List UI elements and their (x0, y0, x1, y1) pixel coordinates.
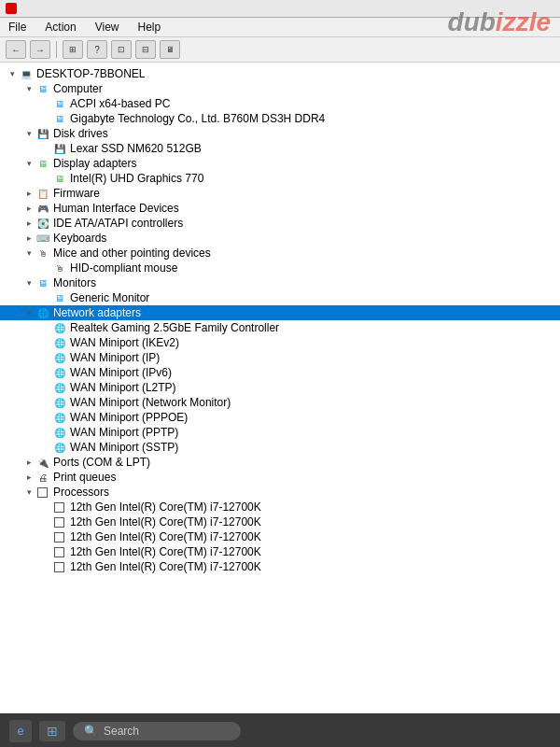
toolbar-separator-1 (56, 41, 57, 58)
item-icon: 🌐 (52, 411, 67, 424)
expand-icon[interactable]: ▾ (22, 308, 35, 317)
tree-item[interactable]: 12th Gen Intel(R) Core(TM) i7-12700K (0, 514, 560, 529)
item-icon: ⌨ (35, 232, 50, 245)
tree-item[interactable]: 🖥Generic Monitor (0, 290, 560, 305)
tree-item[interactable]: 🌐WAN Miniport (Network Monitor) (0, 395, 560, 410)
monitor-button[interactable]: 🖥 (160, 40, 180, 59)
tree-item[interactable]: 💾Lexar SSD NM620 512GB (0, 141, 560, 156)
properties-button[interactable]: ⊞ (63, 40, 83, 59)
expand-icon[interactable]: ▾ (22, 248, 35, 258)
tree-item[interactable]: 🖱HID-compliant mouse (0, 261, 560, 275)
menu-file[interactable]: File (6, 20, 29, 35)
tree-item[interactable]: ▸🎮Human Interface Devices (0, 201, 560, 216)
expand-icon[interactable]: ▾ (22, 159, 35, 168)
tree-item[interactable]: ▸💽IDE ATA/ATAPI controllers (0, 216, 560, 231)
tree-item[interactable]: ▸🔌Ports (COM & LPT) (0, 455, 560, 470)
update-button[interactable]: ⊡ (111, 40, 132, 59)
item-icon (35, 486, 50, 499)
tree-item[interactable]: 12th Gen Intel(R) Core(TM) i7-12700K (0, 559, 560, 574)
item-icon: 🌐 (52, 396, 67, 409)
item-label: Firmware (53, 187, 100, 200)
item-label: WAN Miniport (Network Monitor) (70, 396, 231, 409)
tree-item[interactable]: ▸📋Firmware (0, 186, 560, 201)
expand-icon[interactable]: ▾ (6, 69, 19, 78)
tree-item[interactable]: ▾🖥Computer (0, 81, 560, 96)
tree-item[interactable]: ▾💻DESKTOP-7BBONEL (0, 66, 560, 81)
tree-item[interactable]: 🌐Realtek Gaming 2.5GbE Family Controller (0, 320, 560, 335)
tree-item[interactable]: 🌐WAN Miniport (PPTP) (0, 425, 560, 440)
menu-view[interactable]: View (92, 20, 122, 35)
item-icon: 🖥 (52, 112, 67, 125)
toolbar: ← → ⊞ ? ⊡ ⊟ 🖥 (0, 37, 560, 63)
tree-item[interactable]: ▾🖥Display adapters (0, 156, 560, 171)
tree-item[interactable]: 12th Gen Intel(R) Core(TM) i7-12700K (0, 544, 560, 559)
expand-icon[interactable]: ▸ (22, 472, 35, 482)
tree-item[interactable]: 🌐WAN Miniport (SSTP) (0, 440, 560, 455)
item-icon: 💾 (35, 127, 50, 140)
expand-icon[interactable]: ▸ (22, 189, 35, 198)
search-bar[interactable]: 🔍 Search (73, 722, 241, 740)
expand-icon[interactable]: ▸ (22, 458, 35, 467)
help-button[interactable]: ? (87, 40, 107, 59)
item-label: WAN Miniport (IKEv2) (70, 336, 179, 349)
tree-item[interactable]: ▾🌐Network adapters (0, 305, 560, 320)
item-label: 12th Gen Intel(R) Core(TM) i7-12700K (70, 560, 261, 573)
tree-item[interactable]: 🌐WAN Miniport (PPPOE) (0, 410, 560, 425)
menu-action[interactable]: Action (42, 20, 78, 35)
item-label: Display adapters (53, 157, 136, 170)
item-icon: 🖥 (52, 291, 67, 304)
item-label: ACPI x64-based PC (70, 97, 170, 110)
tree-item[interactable]: 🌐WAN Miniport (IP) (0, 350, 560, 365)
item-icon: 🌐 (52, 441, 67, 454)
item-icon (52, 560, 67, 573)
tree-item[interactable]: 🌐WAN Miniport (IPv6) (0, 365, 560, 380)
item-icon: 🖥 (35, 276, 50, 289)
expand-icon[interactable]: ▾ (22, 129, 35, 138)
tree-item[interactable]: ▸⌨Keyboards (0, 231, 560, 246)
tree-item[interactable]: ▾Processors (0, 485, 560, 500)
item-label: Disk drives (53, 127, 108, 140)
watermark-part2: izzle (496, 7, 551, 36)
tree-item[interactable]: 🖥Intel(R) UHD Graphics 770 (0, 171, 560, 186)
expand-icon[interactable]: ▸ (22, 233, 35, 243)
tree-item[interactable]: ▾💾Disk drives (0, 126, 560, 141)
item-icon: 🌐 (52, 366, 67, 379)
item-label: Processors (53, 486, 109, 499)
item-label: WAN Miniport (PPTP) (70, 426, 178, 439)
expand-icon[interactable]: ▸ (22, 204, 35, 213)
menu-help[interactable]: Help (135, 20, 164, 35)
item-label: WAN Miniport (PPPOE) (70, 411, 188, 424)
tree-item[interactable]: 12th Gen Intel(R) Core(TM) i7-12700K (0, 500, 560, 514)
tree-item[interactable]: 🖥ACPI x64-based PC (0, 96, 560, 111)
item-label: Monitors (53, 276, 96, 289)
item-label: Ports (COM & LPT) (53, 456, 150, 469)
tree-item[interactable]: ▸🖨Print queues (0, 470, 560, 485)
tree-item[interactable]: ▾🖥Monitors (0, 275, 560, 290)
scan-button[interactable]: ⊟ (135, 40, 156, 59)
item-icon: 🌐 (52, 381, 67, 394)
tree-item[interactable]: 12th Gen Intel(R) Core(TM) i7-12700K (0, 529, 560, 544)
forward-button[interactable]: → (30, 40, 50, 59)
tree-item[interactable]: 🌐WAN Miniport (L2TP) (0, 380, 560, 395)
item-label: DESKTOP-7BBONEL (36, 67, 145, 80)
item-label: WAN Miniport (SSTP) (70, 441, 178, 454)
start-button[interactable]: ⊞ (39, 721, 65, 741)
item-icon (52, 530, 67, 543)
tree-item[interactable]: 🖥Gigabyte Technology Co., Ltd. B760M DS3… (0, 111, 560, 126)
item-icon: 🖥 (35, 82, 50, 95)
device-tree[interactable]: ▾💻DESKTOP-7BBONEL▾🖥Computer🖥ACPI x64-bas… (0, 63, 560, 713)
tree-item[interactable]: 🌐WAN Miniport (IKEv2) (0, 335, 560, 350)
item-label: HID-compliant mouse (70, 261, 177, 275)
expand-icon[interactable]: ▸ (22, 218, 35, 228)
browser-icon[interactable]: e (9, 720, 32, 742)
item-icon: 🌐 (52, 351, 67, 364)
expand-icon[interactable]: ▾ (22, 278, 35, 288)
item-label: Keyboards (53, 232, 106, 245)
item-label: Realtek Gaming 2.5GbE Family Controller (70, 321, 279, 334)
tree-item[interactable]: ▾🖱Mice and other pointing devices (0, 246, 560, 261)
expand-icon[interactable]: ▾ (22, 487, 35, 497)
expand-icon[interactable]: ▾ (22, 84, 35, 93)
back-button[interactable]: ← (6, 40, 26, 59)
item-label: Human Interface Devices (53, 202, 179, 215)
item-icon: 🌐 (52, 321, 67, 334)
